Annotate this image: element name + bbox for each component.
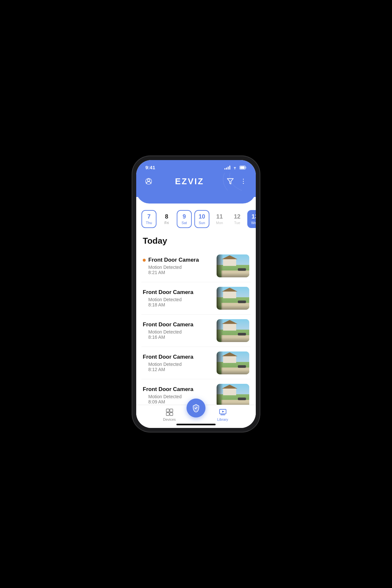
date-item-tue[interactable]: 12 Tue: [230, 210, 245, 228]
event-type-1: Motion Detected: [143, 265, 211, 270]
event-camera-name-1: Front Door Camera: [148, 257, 199, 263]
event-time-2: 8:18 AM: [143, 302, 211, 307]
event-camera-row-3: Front Door Camera: [143, 321, 211, 328]
event-camera-name-3: Front Door Camera: [143, 321, 193, 328]
devices-icon: [166, 408, 173, 416]
bottom-nav: Devices Library: [136, 405, 256, 428]
svg-point-8: [243, 179, 244, 180]
svg-rect-11: [166, 409, 169, 412]
date-item-wed[interactable]: 13 Wed: [247, 210, 256, 228]
nav-library[interactable]: Library: [213, 408, 233, 421]
home-indicator: [176, 424, 216, 425]
svg-rect-14: [170, 413, 173, 416]
event-camera-row-5: Front Door Camera: [143, 386, 211, 393]
event-thumb-5: [217, 384, 249, 405]
event-time-3: 8:16 AM: [143, 335, 211, 340]
event-camera-name-4: Front Door Camera: [143, 354, 193, 360]
svg-rect-17: [220, 415, 225, 415]
event-thumb-3: [217, 319, 249, 342]
phone-frame: 9:41: [132, 156, 260, 432]
event-dot-1: [143, 259, 146, 262]
event-camera-row-2: Front Door Camera: [143, 289, 211, 296]
more-button[interactable]: [237, 175, 249, 187]
event-list: Front Door Camera Motion Detected 8:21 A…: [136, 250, 256, 405]
devices-label: Devices: [163, 417, 176, 421]
event-type-2: Motion Detected: [143, 297, 211, 302]
event-info-2: Front Door Camera Motion Detected 8:18 A…: [143, 289, 217, 307]
date-item-sat[interactable]: 9 Sat: [177, 210, 192, 228]
svg-rect-12: [170, 409, 173, 412]
event-camera-row-1: Front Door Camera: [143, 257, 211, 263]
wifi-icon: [232, 166, 237, 170]
event-type-4: Motion Detected: [143, 362, 211, 367]
profile-button[interactable]: [143, 175, 155, 187]
library-label: Library: [217, 417, 228, 421]
status-time: 9:41: [145, 165, 155, 170]
status-bar: 9:41: [136, 160, 256, 173]
main-content: 7 Thu 8 Fri 9 Sat 10 Sun 11 Mon: [136, 197, 256, 405]
svg-point-5: [147, 179, 150, 181]
signal-icon: [224, 166, 230, 170]
library-icon: [219, 408, 227, 416]
event-thumb-2: [217, 287, 249, 310]
event-time-4: 8:12 AM: [143, 367, 211, 372]
event-type-3: Motion Detected: [143, 329, 211, 335]
header-actions: [224, 175, 249, 187]
app-header: EZVIZ: [136, 173, 256, 197]
svg-point-0: [235, 169, 235, 169]
filter-button[interactable]: [224, 175, 236, 187]
event-info-1: Front Door Camera Motion Detected 8:21 A…: [143, 257, 217, 275]
event-thumb-4: [217, 351, 249, 374]
event-item-2[interactable]: Front Door Camera Motion Detected 8:18 A…: [141, 282, 251, 315]
event-info-3: Front Door Camera Motion Detected 8:16 A…: [143, 321, 217, 340]
event-item-1[interactable]: Front Door Camera Motion Detected 8:21 A…: [141, 250, 251, 282]
event-time-1: 8:21 AM: [143, 270, 211, 275]
svg-marker-16: [222, 411, 224, 413]
event-item-4[interactable]: Front Door Camera Motion Detected 8:12 A…: [141, 347, 251, 379]
date-strip: 7 Thu 8 Fri 9 Sat 10 Sun 11 Mon: [136, 207, 256, 233]
event-camera-name-2: Front Door Camera: [143, 289, 193, 296]
svg-rect-13: [166, 413, 169, 416]
event-thumb-1: [217, 254, 249, 277]
battery-icon: [239, 166, 247, 170]
fab-security[interactable]: [187, 399, 205, 417]
event-camera-name-5: Front Door Camera: [143, 386, 193, 393]
date-item-mon[interactable]: 11 Mon: [212, 210, 227, 228]
section-title: Today: [136, 233, 256, 250]
status-icons: [224, 166, 247, 170]
event-type-5: Motion Detected: [143, 394, 211, 399]
event-item-3[interactable]: Front Door Camera Motion Detected 8:16 A…: [141, 315, 251, 347]
date-item-sun[interactable]: 10 Sun: [194, 210, 209, 228]
event-camera-row-4: Front Door Camera: [143, 354, 211, 360]
svg-rect-2: [240, 166, 245, 169]
app-logo: EZVIZ: [155, 176, 224, 187]
event-info-5: Front Door Camera Motion Detected 8:09 A…: [143, 386, 217, 404]
event-info-4: Front Door Camera Motion Detected 8:12 A…: [143, 354, 217, 372]
date-item-thu[interactable]: 7 Thu: [141, 210, 156, 228]
date-item-fri[interactable]: 8 Fri: [159, 210, 174, 228]
svg-marker-7: [227, 179, 233, 184]
svg-point-10: [243, 183, 244, 184]
nav-devices[interactable]: Devices: [160, 408, 179, 421]
phone-screen: 9:41: [136, 160, 256, 428]
svg-point-9: [243, 181, 244, 182]
